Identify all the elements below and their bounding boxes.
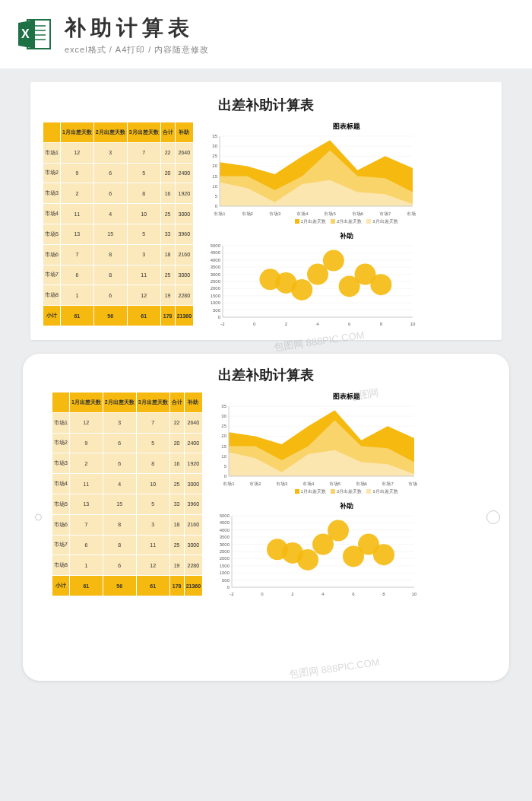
- excel-icon: X: [15, 15, 53, 53]
- data-table-tablet: 1月出差天数2月出差天数3月出差天数合计补助市场11237222640市场296…: [52, 392, 203, 596]
- table-row: 市场2965202400: [52, 433, 203, 453]
- svg-text:4500: 4500: [211, 250, 221, 255]
- svg-text:0: 0: [253, 322, 256, 326]
- svg-point-66: [323, 250, 344, 272]
- svg-point-69: [370, 274, 391, 295]
- sheet-title-tablet: 出差补助计算表: [52, 366, 480, 384]
- svg-text:X: X: [21, 27, 30, 40]
- table-row: 小计61566117821360: [43, 306, 194, 326]
- table-header: 2月出差天数: [103, 393, 136, 413]
- svg-text:1000: 1000: [220, 571, 230, 575]
- svg-text:30: 30: [221, 414, 226, 418]
- svg-text:4000: 4000: [220, 528, 230, 532]
- header-subtitle: excel格式 / A4打印 / 内容随意修改: [65, 44, 517, 56]
- svg-text:3500: 3500: [211, 265, 221, 269]
- preview-panel: 出差补助计算表 1月出差天数2月出差天数3月出差天数合计补助市场11237222…: [30, 82, 502, 340]
- svg-text:10: 10: [412, 592, 417, 596]
- svg-text:2: 2: [291, 592, 294, 596]
- header-title: 补助计算表: [65, 14, 517, 43]
- svg-text:30: 30: [212, 144, 217, 148]
- svg-text:8: 8: [380, 322, 383, 326]
- table-row: 市场2965202400: [43, 163, 194, 183]
- svg-text:5: 5: [215, 194, 218, 199]
- svg-text:5: 5: [224, 464, 227, 469]
- svg-text:市场3: 市场3: [276, 481, 288, 486]
- area-chart-tablet: 图表标题 05101520253035市场1市场2市场3市场4市场5市场6市场7…: [212, 392, 480, 495]
- svg-text:2: 2: [285, 322, 288, 326]
- svg-text:-2: -2: [220, 322, 225, 326]
- bubble-chart-title: 补助: [203, 231, 489, 241]
- svg-text:市场7: 市场7: [382, 481, 394, 486]
- svg-text:6: 6: [348, 322, 351, 326]
- table-row: 市场11237222640: [43, 142, 194, 163]
- svg-text:4: 4: [321, 592, 325, 596]
- svg-text:500: 500: [222, 578, 230, 583]
- svg-text:-2: -2: [230, 592, 234, 596]
- svg-text:市场2: 市场2: [249, 481, 261, 486]
- page-header: X 补助计算表 excel格式 / A4打印 / 内容随意修改: [0, 0, 532, 68]
- table-row: 市场411410253000: [43, 204, 194, 224]
- legend-item: 1月出差天数: [295, 218, 326, 225]
- legend-item: 3月出差天数: [366, 488, 397, 495]
- table-row: 市场81612192280: [43, 285, 194, 306]
- svg-text:0: 0: [227, 585, 230, 590]
- legend-item: 3月出差天数: [366, 218, 397, 225]
- svg-text:20: 20: [212, 164, 217, 168]
- svg-text:25: 25: [212, 154, 217, 158]
- svg-text:25: 25: [221, 424, 226, 428]
- svg-text:0: 0: [218, 315, 221, 319]
- legend-item: 2月出差天数: [331, 488, 362, 495]
- svg-text:5000: 5000: [211, 243, 221, 248]
- bubble-chart-tablet: 补助 0500100015002000250030003500400045005…: [212, 501, 480, 596]
- svg-text:2500: 2500: [220, 549, 230, 554]
- svg-text:0: 0: [215, 204, 218, 208]
- table-row: 市场513155333960: [43, 224, 194, 244]
- sheet-title: 出差补助计算表: [43, 96, 489, 114]
- table-header: 1月出差天数: [69, 393, 103, 413]
- svg-text:2000: 2000: [220, 556, 230, 561]
- svg-text:6: 6: [352, 592, 355, 596]
- svg-text:20: 20: [221, 434, 226, 438]
- svg-text:15: 15: [221, 444, 226, 449]
- svg-text:市场1: 市场1: [214, 211, 226, 216]
- svg-text:市场3: 市场3: [269, 211, 281, 216]
- svg-text:4: 4: [316, 322, 319, 326]
- table-header: [52, 393, 70, 413]
- table-header: 1月出差天数: [60, 122, 93, 143]
- table-header: 3月出差天数: [127, 122, 160, 143]
- svg-text:10: 10: [212, 184, 217, 189]
- table-row: 小计61566117821360: [52, 576, 203, 596]
- table-row: 市场513155333960: [52, 494, 203, 514]
- area-chart-title: 图表标题: [212, 392, 480, 402]
- table-row: 市场76811253000: [52, 535, 203, 555]
- table-header: 补助: [184, 393, 202, 413]
- svg-point-131: [328, 520, 349, 542]
- svg-text:市场1: 市场1: [223, 481, 235, 486]
- svg-text:市场7: 市场7: [379, 211, 391, 216]
- svg-text:市场5: 市场5: [329, 481, 341, 486]
- svg-text:5000: 5000: [220, 513, 230, 518]
- table-row: 市场6783182160: [52, 514, 203, 535]
- svg-text:1000: 1000: [211, 300, 221, 305]
- svg-text:市场6: 市场6: [352, 211, 364, 216]
- table-row: 市场3268161920: [43, 183, 194, 204]
- svg-point-129: [297, 549, 318, 571]
- svg-text:1500: 1500: [220, 564, 230, 568]
- table-row: 市场76811253000: [43, 265, 194, 285]
- svg-text:15: 15: [212, 174, 217, 179]
- svg-text:4000: 4000: [211, 258, 221, 262]
- area-chart-legend: 1月出差天数 2月出差天数 3月出差天数: [203, 218, 489, 225]
- table-header: 合计: [169, 393, 184, 413]
- area-chart-title: 图表标题: [203, 122, 489, 132]
- svg-point-134: [373, 544, 394, 565]
- svg-text:8: 8: [382, 592, 385, 596]
- table-row: 市场411410253000: [52, 474, 203, 494]
- svg-text:市场6: 市场6: [356, 481, 368, 486]
- area-chart: 图表标题 05101520253035市场1市场2市场3市场4市场5市场6市场7…: [203, 122, 489, 225]
- svg-text:35: 35: [212, 134, 217, 138]
- data-table: 1月出差天数2月出差天数3月出差天数合计补助市场11237222640市场296…: [43, 122, 194, 326]
- svg-text:2000: 2000: [211, 286, 221, 291]
- svg-text:市场4: 市场4: [296, 211, 309, 216]
- svg-text:0: 0: [224, 474, 227, 478]
- svg-text:10: 10: [410, 322, 416, 326]
